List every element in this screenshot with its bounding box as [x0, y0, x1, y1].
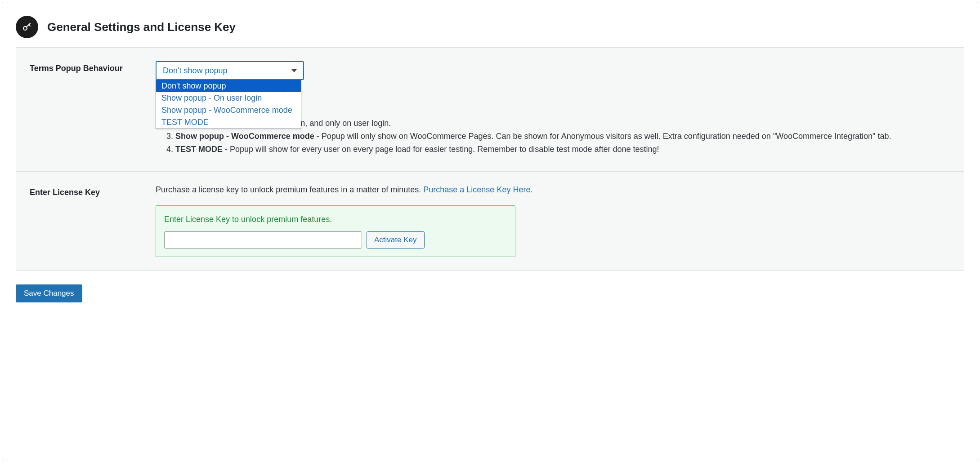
- chevron-down-icon: [291, 69, 297, 72]
- settings-form: Terms Popup Behaviour Don't show popup D…: [16, 47, 964, 271]
- license-key-input[interactable]: [164, 231, 362, 249]
- license-description: Purchase a license key to unlock premium…: [156, 185, 950, 195]
- settings-page: General Settings and License Key Terms P…: [2, 2, 978, 460]
- list-item: 4. TEST MODE - Popup will show for every…: [156, 145, 950, 154]
- item-bold: Show popup - WooCommerce mode: [175, 132, 314, 141]
- key-icon: [16, 16, 38, 38]
- item-text: - Popup will show for every user on ever…: [223, 145, 659, 154]
- option-on-login[interactable]: Show popup - On user login: [156, 92, 301, 104]
- license-input-row: Activate Key: [164, 231, 507, 249]
- row-license-key: Enter License Key Purchase a license key…: [16, 172, 964, 271]
- license-box: Enter License Key to unlock premium feat…: [156, 205, 515, 257]
- select-value: Don't show popup: [163, 66, 228, 75]
- page-title: General Settings and License Key: [47, 20, 236, 34]
- field-terms-popup: Don't show popup Don't show popup Show p…: [156, 61, 950, 158]
- item-text: - Popup will only show on WooCommerce Pa…: [314, 132, 891, 141]
- save-changes-button[interactable]: Save Changes: [16, 284, 82, 302]
- terms-popup-dropdown: Don't show popup Show popup - On user lo…: [156, 80, 301, 129]
- option-test-mode[interactable]: TEST MODE: [156, 116, 301, 129]
- label-terms-popup: Terms Popup Behaviour: [30, 61, 156, 158]
- option-woocommerce[interactable]: Show popup - WooCommerce mode: [156, 104, 301, 116]
- terms-popup-select-wrap: Don't show popup Don't show popup Show p…: [156, 61, 304, 80]
- license-desc-text: Purchase a license key to unlock premium…: [156, 185, 423, 194]
- license-box-message: Enter License Key to unlock premium feat…: [164, 215, 507, 224]
- field-license-key: Purchase a license key to unlock premium…: [156, 185, 950, 257]
- terms-popup-select[interactable]: Don't show popup: [156, 61, 304, 80]
- page-header: General Settings and License Key: [2, 2, 978, 47]
- option-dont-show[interactable]: Don't show popup: [156, 80, 301, 92]
- actions-row: Save Changes: [2, 271, 978, 316]
- item-bold: TEST MODE: [175, 145, 223, 154]
- row-terms-popup: Terms Popup Behaviour Don't show popup D…: [16, 48, 964, 172]
- activate-key-button[interactable]: Activate Key: [367, 231, 425, 249]
- purchase-link[interactable]: Purchase a License Key Here.: [423, 185, 533, 194]
- list-item: 3. Show popup - WooCommerce mode - Popup…: [156, 132, 950, 141]
- label-license-key: Enter License Key: [30, 185, 156, 257]
